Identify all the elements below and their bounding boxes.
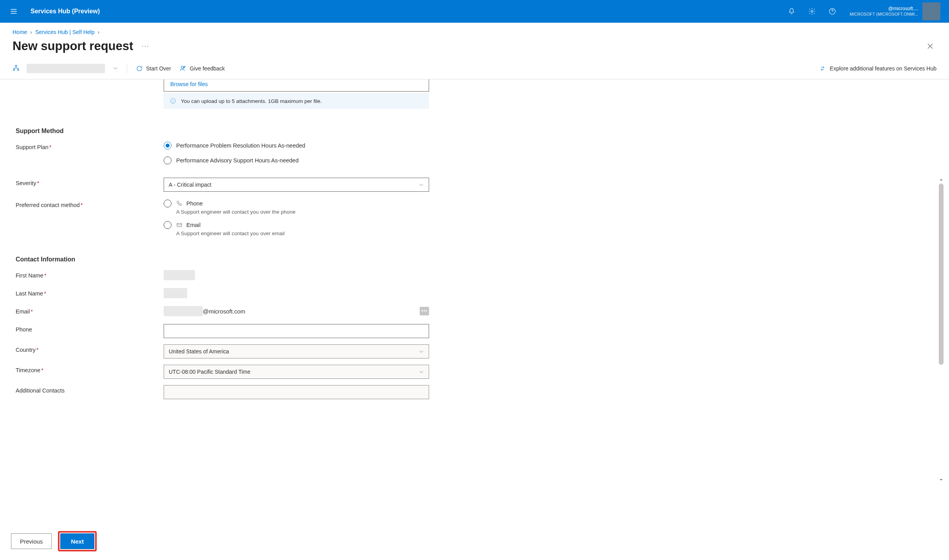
close-icon[interactable] (924, 40, 936, 52)
label-preferred-contact: Preferred contact method* (16, 200, 164, 208)
vertical-scrollbar[interactable] (938, 176, 944, 483)
timezone-value: UTC-08:00 Pacific Standard Time (169, 369, 251, 375)
chevron-down-icon (419, 369, 424, 375)
country-select[interactable]: United States of America (164, 344, 429, 358)
section-contact-info: Contact Information (16, 256, 949, 263)
hamburger-menu[interactable] (5, 3, 22, 20)
avatar (922, 2, 940, 20)
country-value: United States of America (169, 348, 229, 355)
radio-contact-phone[interactable]: Phone (164, 200, 429, 207)
label-severity: Severity* (16, 178, 164, 186)
next-button[interactable]: Next (60, 533, 94, 549)
radio-support-plan-1[interactable]: Performance Problem Resolution Hours As-… (164, 142, 429, 149)
email-prefix-redacted (164, 306, 203, 316)
last-name-value-redacted (164, 288, 187, 298)
severity-select[interactable]: A - Critical impact (164, 178, 429, 192)
chevron-right-icon: › (30, 29, 32, 35)
label-timezone: Timezone* (16, 365, 164, 373)
explore-link[interactable]: Explore additional features on Services … (819, 65, 936, 72)
footer-buttons: Previous Next (11, 531, 97, 551)
next-button-highlight: Next (58, 531, 97, 551)
breadcrumb-selfhelp[interactable]: Services Hub | Self Help (35, 29, 94, 35)
help-icon[interactable] (822, 0, 843, 23)
topbar: Services Hub (Preview) @microsoft.... MI… (0, 0, 949, 23)
previous-button[interactable]: Previous (11, 533, 52, 549)
more-icon[interactable]: ··· (140, 43, 151, 50)
label-support-plan: Support Plan* (16, 142, 164, 150)
svg-rect-3 (13, 69, 14, 70)
scroll-down-arrow-icon[interactable] (938, 477, 944, 483)
phone-icon (176, 200, 182, 207)
svg-rect-4 (18, 69, 19, 70)
chevron-down-icon (419, 349, 424, 354)
timezone-select[interactable]: UTC-08:00 Pacific Standard Time (164, 365, 429, 379)
give-feedback-label: Give feedback (190, 65, 225, 72)
scroll-up-arrow-icon[interactable] (938, 176, 944, 183)
radio-email-desc: A Support engineer will contact you over… (176, 230, 429, 236)
app-title: Services Hub (Preview) (31, 8, 100, 15)
upload-hint-text: You can upload up to 5 attachments. 1GB … (181, 98, 322, 104)
browse-files-link[interactable]: Browse for files (164, 79, 429, 92)
info-icon (170, 98, 176, 104)
start-over-label: Start Over (146, 65, 171, 72)
gear-icon[interactable] (802, 0, 822, 23)
chevron-down-icon (419, 182, 424, 187)
form-scroll-area: Browse for files You can upload up to 5 … (0, 79, 949, 518)
radio-support-plan-2[interactable]: Performance Advisory Support Hours As-ne… (164, 157, 429, 164)
page-title-row: New support request ··· (0, 37, 949, 60)
email-icon (176, 222, 182, 228)
radio-icon (164, 221, 171, 229)
label-first-name: First Name* (16, 270, 164, 279)
svg-rect-7 (177, 223, 182, 227)
svg-point-0 (811, 11, 813, 13)
radio-icon (164, 200, 171, 207)
notifications-icon[interactable] (781, 0, 802, 23)
breadcrumb: Home › Services Hub | Self Help › (0, 23, 949, 37)
email-more-icon[interactable]: ••• (420, 307, 429, 315)
section-support-method: Support Method (16, 128, 949, 135)
sitemap-icon (13, 65, 20, 73)
label-phone: Phone (16, 324, 164, 333)
account-org: MICROSOFT (MICROSOFT.ONMI... (850, 12, 918, 17)
severity-value: A - Critical impact (169, 182, 211, 188)
scroll-thumb[interactable] (939, 184, 944, 365)
scope-redacted (27, 64, 105, 73)
toolbar: Start Over Give feedback Explore additio… (0, 60, 949, 79)
give-feedback-button[interactable]: Give feedback (179, 63, 226, 74)
radio-icon (164, 157, 171, 164)
email-suffix: @microsoft.com (203, 308, 245, 315)
account-email: @microsoft.... (850, 6, 918, 12)
svg-point-5 (181, 66, 184, 68)
radio-icon (164, 142, 171, 149)
separator (127, 64, 127, 73)
radio-phone-desc: A Support engineer will contact you over… (176, 209, 429, 215)
label-additional-contacts: Additional Contacts (16, 385, 164, 394)
radio-label: Phone (186, 200, 203, 207)
label-email: Email* (16, 306, 164, 315)
account-block[interactable]: @microsoft.... MICROSOFT (MICROSOFT.ONMI… (843, 2, 944, 20)
scroll-track[interactable] (938, 184, 944, 476)
radio-label: Performance Problem Resolution Hours As-… (176, 142, 305, 149)
phone-input[interactable] (164, 324, 429, 338)
radio-contact-email[interactable]: Email (164, 221, 429, 229)
start-over-button[interactable]: Start Over (135, 63, 172, 74)
label-last-name: Last Name* (16, 288, 164, 297)
explore-label: Explore additional features on Services … (830, 65, 936, 72)
svg-rect-2 (16, 65, 17, 66)
first-name-value-redacted (164, 270, 195, 280)
radio-label: Email (186, 222, 200, 228)
radio-label: Performance Advisory Support Hours As-ne… (176, 157, 299, 164)
chevron-down-icon[interactable] (112, 65, 119, 73)
breadcrumb-home[interactable]: Home (13, 29, 27, 35)
page-title: New support request (13, 39, 133, 53)
label-country: Country* (16, 344, 164, 353)
upload-hint-bar: You can upload up to 5 attachments. 1GB … (164, 93, 429, 109)
chevron-right-icon: › (98, 29, 100, 35)
additional-contacts-input[interactable] (164, 385, 429, 399)
